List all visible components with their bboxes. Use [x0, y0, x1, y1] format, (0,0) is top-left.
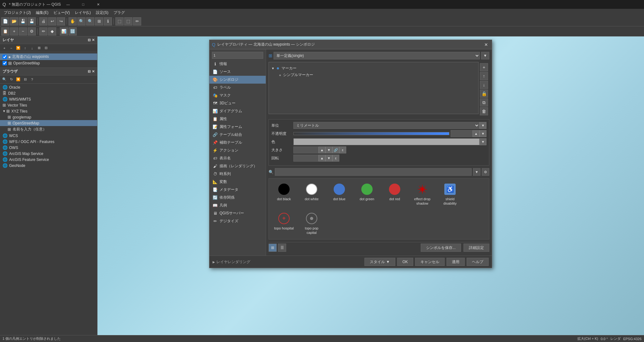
- nav-item-display-name[interactable]: 🏷 表示名: [209, 154, 266, 162]
- save-symbol-button[interactable]: シンボルを保存...: [421, 244, 461, 252]
- layer-checkbox-osm[interactable]: [3, 61, 7, 65]
- nav-item-3d[interactable]: 🗺 3Dビュー: [209, 99, 266, 107]
- browser-item-geonode[interactable]: 🌐 GeoNode: [0, 163, 97, 168]
- tb-remove-layer[interactable]: −: [19, 27, 27, 36]
- rotation-up-btn[interactable]: ▲: [319, 155, 325, 162]
- browser-item-db2[interactable]: 🗄 DB2: [0, 90, 97, 96]
- tb-zoom-extent[interactable]: ⊞: [95, 17, 103, 25]
- opacity-bar[interactable]: [293, 132, 449, 135]
- layer-filter-btn[interactable]: 🔽: [15, 45, 21, 51]
- menu-layer[interactable]: レイヤ(L): [72, 9, 93, 16]
- tb-deselect[interactable]: ⬚: [124, 17, 132, 25]
- tb-open[interactable]: 📂: [10, 17, 18, 25]
- nav-item-info[interactable]: ℹ 情報: [209, 60, 266, 68]
- nav-item-legend[interactable]: 📖 凡例: [209, 201, 266, 209]
- color-swatch[interactable]: [293, 138, 480, 145]
- symbol-cell-effect-drop-shadow[interactable]: effect drop shadow: [410, 181, 435, 208]
- symbol-cell-dot-red[interactable]: dot red: [382, 181, 407, 208]
- nav-item-attr-form[interactable]: 📝 属性フォーム: [209, 123, 266, 131]
- ok-button[interactable]: OK: [397, 258, 413, 266]
- tb-edit2[interactable]: ✏: [39, 27, 47, 36]
- nav-item-aux-table[interactable]: 📌 補助テーブル: [209, 139, 266, 146]
- symbol-cell-topo-hospital[interactable]: + topo hospital: [271, 210, 297, 237]
- browser-item-wfs[interactable]: 🌐 WFS / OGC API - Features: [0, 139, 97, 145]
- tb-calc[interactable]: 🔢: [69, 27, 77, 36]
- symbol-tree-root[interactable]: ▼ ● マーカー: [271, 65, 476, 72]
- menu-edit[interactable]: 編集(E): [33, 9, 51, 16]
- layer-add-btn[interactable]: +: [1, 45, 8, 51]
- stc-down-btn[interactable]: ↓: [480, 81, 488, 89]
- tb-redo[interactable]: ↪: [57, 17, 65, 25]
- symbol-cell-dot-green[interactable]: dot green: [354, 181, 380, 208]
- size-input[interactable]: 2.00000: [293, 146, 319, 153]
- nav-item-diagram[interactable]: 📊 ダイアグラム: [209, 107, 266, 115]
- menu-view[interactable]: ビュー(V): [51, 9, 72, 16]
- symbol-cell-dot-blue[interactable]: dot blue: [327, 181, 352, 208]
- tb-undo[interactable]: ↩: [48, 17, 56, 25]
- nav-item-digitize[interactable]: ✏ デジタイズ: [209, 217, 266, 225]
- tb-new[interactable]: 📄: [1, 17, 9, 25]
- tb-print[interactable]: 🖨: [39, 17, 47, 25]
- tb-layer-props[interactable]: ⚙: [28, 27, 36, 36]
- size-down-btn[interactable]: ▼: [325, 146, 332, 153]
- size-up-btn[interactable]: ▲: [319, 146, 325, 153]
- symbol-tree-child[interactable]: ● シンプルマーカー: [271, 72, 476, 78]
- dialog-search-input[interactable]: [212, 52, 263, 59]
- menu-settings[interactable]: 設定(S): [93, 9, 111, 16]
- tb-attr-table[interactable]: 📊: [60, 27, 68, 36]
- layer-remove-btn[interactable]: −: [8, 45, 14, 51]
- maximize-button[interactable]: □: [76, 0, 91, 9]
- tb-save[interactable]: 💾: [19, 17, 27, 25]
- symbol-search-input[interactable]: お気に入り: [275, 168, 472, 176]
- browser-refresh-btn[interactable]: ↻: [8, 76, 14, 83]
- tb-pan[interactable]: ✋: [69, 17, 77, 25]
- symbol-search-filter-btn[interactable]: ▼: [473, 168, 480, 176]
- stc-duplicate-btn[interactable]: ⧉: [480, 98, 488, 107]
- rule-dropdown-expand[interactable]: ▼: [481, 52, 489, 59]
- browser-close[interactable]: ✕: [92, 69, 95, 74]
- symbol-cell-shield-disability[interactable]: ♿ shield disability: [437, 181, 463, 208]
- nav-item-metadata[interactable]: 📑 メタデータ: [209, 186, 266, 194]
- tb-save-as[interactable]: 💾: [28, 17, 36, 25]
- detail-settings-button[interactable]: 詳細設定: [464, 244, 489, 252]
- symbol-cell-topo-pop-capital[interactable]: topo pop capital: [299, 210, 324, 237]
- browser-filter-btn[interactable]: 🔽: [15, 76, 21, 83]
- layer-rendering-expand[interactable]: ▶ レイヤレンダリング: [213, 259, 250, 265]
- unit-expand-btn[interactable]: ▼: [480, 122, 486, 129]
- nav-item-label[interactable]: 🏷 ラベル: [209, 84, 266, 91]
- browser-collapse[interactable]: ⊟: [88, 69, 91, 74]
- list-view-btn[interactable]: ☰: [278, 244, 286, 252]
- symbol-cell-dot-black[interactable]: dot black: [271, 181, 297, 208]
- tb-edit[interactable]: ✏: [133, 17, 141, 25]
- rotation-down-btn[interactable]: ▼: [325, 155, 332, 162]
- symbol-search-options-btn[interactable]: ⚙: [482, 168, 489, 176]
- tb-identify[interactable]: ℹ: [104, 17, 112, 25]
- browser-item-ows[interactable]: 🌐 OWS: [0, 145, 97, 151]
- stc-delete-btn[interactable]: 🗑: [480, 107, 488, 115]
- unit-select[interactable]: ミリメートル: [293, 122, 480, 129]
- nav-item-join[interactable]: 🔗 テーブル結合: [209, 131, 266, 139]
- symbol-cell-dot-white[interactable]: dot white: [299, 181, 324, 208]
- browser-item-unnamed[interactable]: ⊞ 名前を入力（任意）: [0, 126, 97, 133]
- browser-help-btn[interactable]: ?: [29, 76, 35, 83]
- opacity-down-btn[interactable]: ▼: [480, 130, 486, 137]
- layers-panel-close[interactable]: ✕: [92, 38, 95, 42]
- size-link-btn[interactable]: 🔗: [332, 146, 339, 153]
- rule-type-dropdown[interactable]: 単一定義(single): [274, 52, 480, 59]
- menu-project[interactable]: プロジェクト(J): [1, 9, 33, 16]
- style-button[interactable]: スタイル ▼: [364, 258, 395, 266]
- stc-add-btn[interactable]: +: [480, 63, 488, 71]
- layer-move-down[interactable]: ↓: [29, 45, 35, 51]
- apply-button[interactable]: 適用: [447, 258, 465, 266]
- nav-item-variables[interactable]: 📐 変数: [209, 178, 266, 186]
- browser-item-xyz[interactable]: ▼ ⊞ XYZ Tiles: [0, 108, 97, 114]
- nav-item-qgis-server[interactable]: 🖥 QGISサーバー: [209, 209, 266, 217]
- layer-item-waypoints[interactable]: ● 北海道の山 waypoints: [0, 53, 97, 60]
- close-os-button[interactable]: ✕: [91, 0, 106, 9]
- nav-item-source[interactable]: 📄 ソース: [209, 68, 266, 76]
- minimize-button[interactable]: —: [61, 0, 75, 9]
- nav-item-mask[interactable]: 🎭 マスク: [209, 91, 266, 99]
- browser-collapse-btn[interactable]: ⊟: [22, 76, 28, 83]
- browser-item-vector-tiles[interactable]: ⊞ Vector Tiles: [0, 102, 97, 108]
- nav-item-symbology[interactable]: 🎨 シンボロジ: [209, 76, 266, 84]
